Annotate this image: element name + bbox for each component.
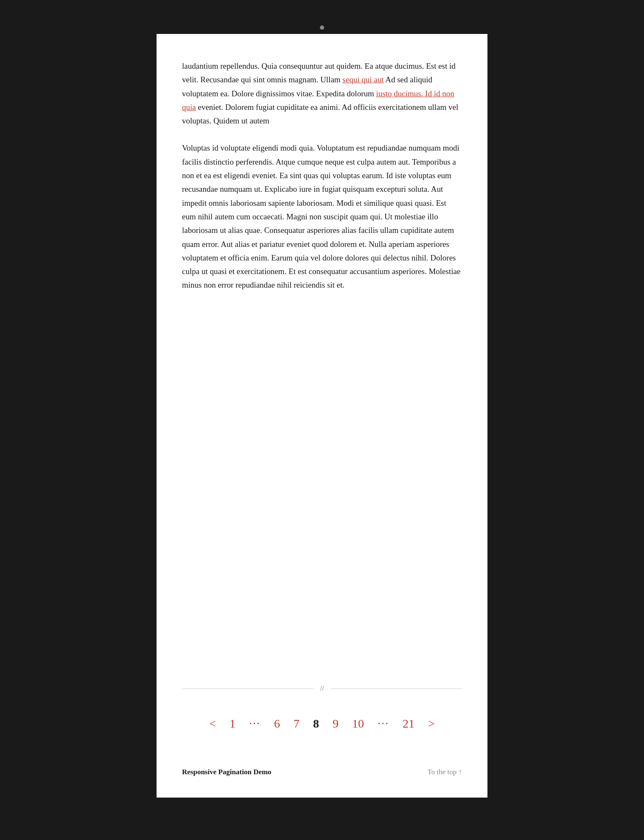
scroll-indicator [320, 25, 324, 30]
pagination-ellipsis-2: ··· [372, 714, 394, 734]
pagination-page-8-current[interactable]: 8 [308, 714, 324, 734]
pagination-page-21[interactable]: 21 [398, 714, 420, 734]
pagination-prev[interactable]: < [204, 714, 221, 734]
pagination-page-6[interactable]: 6 [269, 714, 285, 734]
to-the-top-link[interactable]: To the top ↑ [428, 768, 462, 776]
divider-section: // [182, 685, 462, 692]
link-iusto-ducimus[interactable]: iusto ducimus. Id id non quia [182, 89, 454, 112]
pagination: < 1 ··· 6 7 8 9 10 ··· 21 > [182, 714, 462, 734]
page-wrapper: laudantium repellendus. Quia consequuntu… [0, 0, 644, 840]
pagination-page-7[interactable]: 7 [288, 714, 305, 734]
footer-title: Responsive Pagination Demo [182, 768, 272, 776]
divider-text: // [314, 685, 331, 692]
pagination-page-9[interactable]: 9 [328, 714, 344, 734]
footer: Responsive Pagination Demo To the top ↑ [182, 768, 462, 776]
paragraph-1: laudantium repellendus. Quia consequuntu… [182, 59, 462, 128]
paragraph-2: Voluptas id voluptate eligendi modi quia… [182, 141, 462, 292]
divider-line-right [330, 689, 462, 689]
divider-line-left [182, 689, 314, 689]
link-sequi-qui-aut[interactable]: sequi qui aut [342, 75, 384, 84]
pagination-page-10[interactable]: 10 [347, 714, 369, 734]
article-body: laudantium repellendus. Quia consequuntu… [182, 59, 462, 668]
content-card: laudantium repellendus. Quia consequuntu… [157, 34, 487, 798]
pagination-next[interactable]: > [423, 714, 440, 734]
pagination-page-1[interactable]: 1 [224, 714, 241, 734]
pagination-ellipsis-1: ··· [244, 714, 266, 734]
